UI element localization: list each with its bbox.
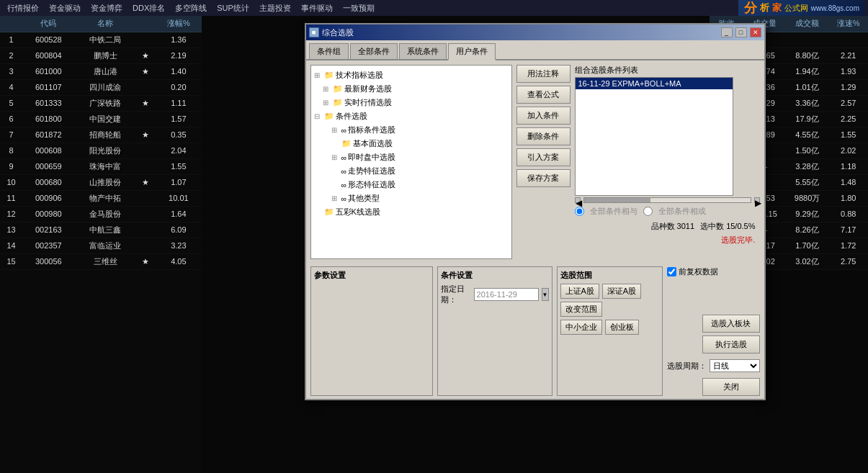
radio-all-or-label[interactable]: 全部条件相或 — [658, 206, 706, 217]
range-startup-button[interactable]: 创业板 — [605, 320, 639, 335]
nav-market-quotes[interactable]: 行情报价 — [3, 1, 43, 15]
range-sme-button[interactable]: 中小企业 — [560, 320, 602, 335]
table-row[interactable]: 6 601800 中国交建 1.57 — [0, 111, 202, 127]
cell-name: 鹏博士 — [75, 48, 136, 63]
scroll-left-btn[interactable]: ◀ — [575, 197, 581, 203]
nav-multi-array[interactable]: 多空阵线 — [171, 1, 211, 15]
tree-expand-finance[interactable]: ⊞ — [323, 85, 331, 93]
table-row[interactable]: 13 002163 中航三鑫 6.09 — [0, 222, 202, 238]
cell-num: 13 — [0, 222, 22, 238]
table-row[interactable]: 14 002357 富临运业 3.23 — [0, 238, 202, 253]
nav-event-drive[interactable]: 事件驱动 — [297, 1, 337, 15]
nav-theme-invest[interactable]: 主题投资 — [255, 1, 295, 15]
nav-consensus[interactable]: 一致预期 — [339, 1, 379, 15]
cell-num: 4 — [0, 79, 22, 95]
condition-list-item-0[interactable]: 16-11-29 EXPMA+BOLL+MA — [576, 78, 733, 89]
table-row[interactable]: 4 601107 四川成渝 0.20 — [0, 79, 202, 95]
scroll-right-btn[interactable]: ▶ — [754, 197, 760, 203]
usage-note-button[interactable]: 用法注释 — [516, 65, 571, 83]
recover-rights-label[interactable]: 前复权数据 — [679, 266, 718, 277]
tab-user-conditions[interactable]: 用户条件 — [448, 43, 496, 60]
recover-rights-checkbox[interactable] — [667, 267, 676, 276]
close-dialog-button[interactable]: 关闭 — [702, 378, 760, 396]
tree-item-colorbar[interactable]: 📁 五彩K线选股 — [314, 205, 509, 219]
cell-code: 002163 — [22, 222, 75, 238]
condition-settings-label: 条件设置 — [441, 270, 549, 281]
tree-item-realtime[interactable]: ⊞ 📁 实时行情选股 — [314, 96, 509, 109]
cell-rise: 1.57 — [156, 111, 202, 127]
dialog-icon: ■ — [309, 27, 319, 37]
table-row[interactable]: 5 601333 广深铁路 ★ 1.11 — [0, 95, 202, 111]
table-row[interactable]: 10 000680 山推股份 ★ 1.07 — [0, 174, 202, 190]
table-row[interactable]: 1 600528 中铁二局 1.36 — [0, 32, 202, 48]
add-condition-button[interactable]: 加入条件 — [516, 107, 571, 125]
condition-list-box[interactable]: 16-11-29 EXPMA+BOLL+MA — [575, 77, 733, 196]
dialog-titlebar: ■ 综合选股 _ □ ✕ — [306, 24, 764, 40]
tree-item-fundamental[interactable]: 📁 基本面选股 — [314, 137, 509, 150]
param-settings-box: 参数设置 — [310, 266, 433, 396]
tab-system-conditions[interactable]: 系统条件 — [399, 43, 447, 59]
date-input[interactable] — [474, 288, 539, 301]
tree-item-pattern[interactable]: ∞ 形态特征选股 — [314, 178, 509, 192]
nav-capital-drive[interactable]: 资金驱动 — [45, 1, 85, 15]
cell-code: 601333 — [22, 95, 75, 111]
date-row: 指定日期： ▼ — [441, 284, 549, 305]
tree-item-finance[interactable]: ⊞ 📁 最新财务选股 — [314, 82, 509, 96]
tree-expand-tech[interactable]: ⊞ — [314, 71, 323, 79]
tree-item-conditions[interactable]: ⊟ 📁 条件选股 — [314, 109, 509, 123]
tree-label-other: 其他类型 — [348, 193, 380, 204]
nav-sup-stats[interactable]: SUP统计 — [212, 1, 254, 15]
tree-item-index-cond[interactable]: ⊞ ∞ 指标条件选股 — [314, 123, 509, 137]
cell-num: 9 — [0, 158, 22, 174]
tab-condition-group[interactable]: 条件组 — [309, 43, 349, 59]
cell-rise: 1.11 — [156, 95, 202, 111]
table-row[interactable]: 7 601872 招商轮船 ★ 0.35 — [0, 127, 202, 143]
tab-all-conditions[interactable]: 全部条件 — [350, 43, 398, 59]
execute-select-button[interactable]: 执行选股 — [702, 335, 760, 353]
cell-star: ★ — [136, 95, 156, 111]
dialog-maximize-button[interactable]: □ — [735, 27, 747, 37]
tree-expand-other[interactable]: ⊞ — [331, 194, 340, 202]
radio-all-and-label[interactable]: 全部条件相与 — [590, 206, 637, 217]
cell-star — [136, 238, 156, 253]
table-row[interactable]: 2 600804 鹏博士 ★ 2.19 — [0, 48, 202, 63]
dialog-close-button[interactable]: ✕ — [750, 27, 761, 37]
date-dropdown-btn[interactable]: ▼ — [542, 288, 549, 301]
cell-star: ★ — [136, 174, 156, 190]
table-row[interactable]: 12 000980 金马股份 1.64 — [0, 206, 202, 222]
range-sh-a-button[interactable]: 上证A股 — [560, 284, 599, 299]
cell-rise: 1.64 — [156, 206, 202, 222]
delete-condition-button[interactable]: 删除条件 — [516, 127, 571, 145]
select-to-board-button[interactable]: 选股入板块 — [702, 315, 760, 333]
nav-capital-game[interactable]: 资金博弈 — [86, 1, 127, 15]
import-plan-button[interactable]: 引入方案 — [516, 148, 571, 166]
table-row[interactable]: 8 000608 阳光股份 2.04 — [0, 143, 202, 158]
tree-expand-realtime-mid[interactable]: ⊞ — [331, 153, 340, 161]
cell-code: 000608 — [22, 143, 75, 158]
table-row[interactable]: 3 601000 唐山港 ★ 1.40 — [0, 63, 202, 79]
range-sz-a-button[interactable]: 深证A股 — [602, 284, 641, 299]
tree-item-trend[interactable]: ∞ 走势特征选股 — [314, 164, 509, 178]
tree-item-realtime-mid[interactable]: ⊞ ∞ 即时盘中选股 — [314, 150, 509, 164]
tree-item-other[interactable]: ⊞ ∞ 其他类型 — [314, 192, 509, 205]
tree-expand-index-cond[interactable]: ⊞ — [331, 126, 340, 134]
range-change-button[interactable]: 改变范围 — [560, 302, 602, 317]
tree-label-trend: 走势特征选股 — [348, 166, 395, 176]
view-formula-button[interactable]: 查看公式 — [516, 86, 571, 104]
tree-expand-realtime[interactable]: ⊞ — [323, 99, 331, 107]
table-row[interactable]: 11 000906 物产中拓 10.01 — [0, 190, 202, 206]
period-select[interactable]: 日线 周线 月线 分钟线 — [710, 359, 760, 372]
radio-all-and[interactable] — [575, 207, 584, 216]
table-row[interactable]: 15 300056 三维丝 ★ 4.05 — [0, 253, 202, 269]
tree-expand-conditions[interactable]: ⊟ — [314, 112, 323, 120]
tree-label-fundamental: 基本面选股 — [353, 138, 393, 149]
nav-ddx-rank[interactable]: DDX排名 — [128, 1, 169, 15]
cell-star: ★ — [136, 253, 156, 269]
tree-item-tech[interactable]: ⊞ 📁 技术指标选股 — [314, 68, 509, 82]
table-row[interactable]: 9 000659 珠海中富 1.55 — [0, 158, 202, 174]
save-plan-button[interactable]: 保存方案 — [516, 169, 571, 187]
dialog-minimize-button[interactable]: _ — [721, 27, 733, 37]
radio-all-or[interactable] — [643, 207, 653, 216]
cell-code: 002357 — [22, 238, 75, 253]
cell-star — [136, 143, 156, 158]
